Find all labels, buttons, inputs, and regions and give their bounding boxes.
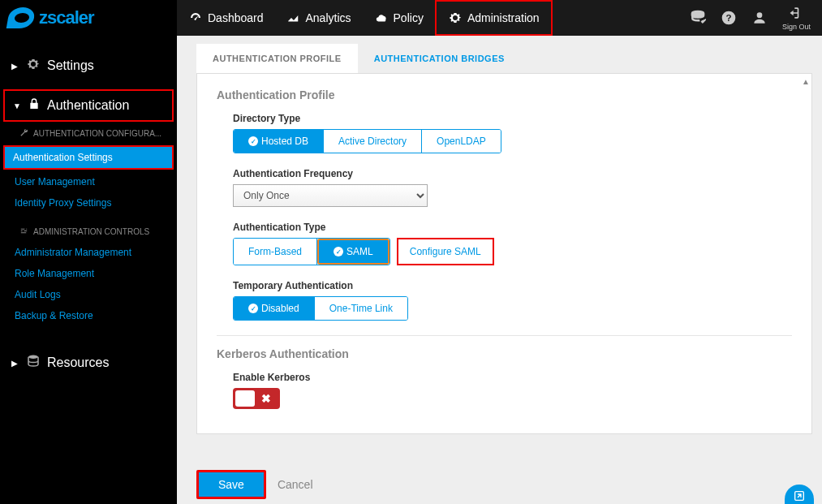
gauge-icon (188, 11, 203, 25)
kerberos-heading: Kerberos Authentication (217, 347, 792, 360)
sidebar-auth-config-label: AUTHENTICATION CONFIGURA... (33, 129, 161, 138)
option-hosted-db[interactable]: ✓ Hosted DB (234, 130, 324, 153)
sidebar-admin-controls-head: ADMINISTRATION CONTROLS (0, 220, 177, 242)
gear-icon (26, 57, 41, 75)
check-icon: ✓ (334, 247, 343, 256)
svg-point-0 (692, 11, 703, 15)
sidebar-item-label: Audit Logs (15, 289, 61, 300)
sidebar-item-label: Identity Proxy Settings (15, 197, 111, 209)
auth-frequency-label: Authentication Frequency (233, 168, 792, 179)
sidebar-admin-controls-label: ADMINISTRATION CONTROLS (33, 227, 149, 236)
sidebar-item-auth-settings[interactable]: Authentication Settings (3, 145, 174, 170)
save-label: Save (218, 478, 244, 491)
footer-actions: Save Cancel (196, 470, 313, 499)
chevron-right-icon: ▶ (11, 62, 19, 71)
wrench-icon (19, 128, 28, 139)
sidebar-item-role-mgmt[interactable]: Role Management (0, 263, 177, 284)
option-label: Active Directory (338, 136, 407, 147)
scroll-up-icon[interactable]: ▲ (802, 77, 810, 86)
sidebar-authentication[interactable]: ▼ Authentication (3, 89, 174, 122)
check-icon: ✓ (248, 136, 258, 146)
auth-type-label: Authentication Type (233, 222, 792, 233)
tab-label: AUTHENTICATION BRIDGES (374, 54, 505, 63)
profile-heading: Authentication Profile (217, 88, 792, 101)
option-active-directory[interactable]: Active Directory (324, 130, 422, 153)
db-check-icon[interactable] (690, 10, 706, 26)
floating-action-button[interactable] (785, 485, 814, 504)
saml-highlight-ring: ✓ SAML (317, 239, 389, 265)
gears-icon (448, 11, 463, 25)
tab-auth-profile[interactable]: AUTHENTICATION PROFILE (196, 44, 358, 73)
sidebar-authentication-label: Authentication (47, 98, 129, 113)
nav-policy-label: Policy (394, 11, 424, 24)
brand-logo: zscaler (0, 0, 177, 36)
database-icon (26, 354, 41, 372)
option-disabled[interactable]: ✓ Disabled (234, 297, 315, 320)
option-label: One-Time Link (329, 303, 393, 314)
option-label: Form-Based (248, 246, 302, 257)
directory-type-label: Directory Type (233, 113, 792, 124)
lock-icon (28, 97, 41, 114)
save-button[interactable]: Save (196, 470, 266, 499)
signout-label: Sign Out (782, 23, 811, 31)
app-header: zscaler Dashboard Analytics Policy Admin… (0, 0, 822, 36)
content-tabs: AUTHENTICATION PROFILE AUTHENTICATION BR… (196, 44, 812, 73)
auth-type-group: Authentication Type Form-Based ✓ SAML (233, 222, 792, 265)
sidebar-settings[interactable]: ▶ Settings (0, 49, 177, 83)
nav-dashboard[interactable]: Dashboard (177, 0, 275, 36)
auth-frequency-group: Authentication Frequency Only Once (233, 168, 792, 207)
signout-button[interactable]: Sign Out (782, 5, 811, 31)
temp-auth-label: Temporary Authentication (233, 280, 792, 291)
link-label: Configure SAML (410, 246, 481, 257)
chevron-right-icon: ▶ (11, 359, 19, 368)
tab-label: AUTHENTICATION PROFILE (213, 54, 342, 63)
nav-administration[interactable]: Administration (435, 0, 553, 36)
sidebar-item-user-mgmt[interactable]: User Management (0, 171, 177, 192)
logo-icon (6, 7, 37, 28)
tab-auth-bridges[interactable]: AUTHENTICATION BRIDGES (358, 44, 521, 73)
temp-auth-options: ✓ Disabled One-Time Link (233, 296, 408, 321)
user-icon[interactable] (751, 10, 768, 26)
sidebar-resources-label: Resources (47, 355, 109, 370)
expand-icon (793, 489, 806, 502)
option-one-time-link[interactable]: One-Time Link (315, 297, 407, 320)
option-label: SAML (346, 246, 373, 257)
x-icon: ✖ (255, 392, 278, 405)
kerberos-label: Enable Kerberos (233, 372, 792, 383)
auth-frequency-select[interactable]: Only Once (233, 184, 428, 207)
nav-policy[interactable]: Policy (363, 0, 435, 36)
sidebar-settings-label: Settings (47, 58, 94, 73)
sidebar-item-label: Authentication Settings (13, 152, 113, 163)
option-saml[interactable]: ✓ SAML (319, 240, 388, 263)
chevron-down-icon: ▼ (13, 101, 21, 110)
option-label: Disabled (261, 303, 299, 314)
chart-line-icon (286, 11, 301, 25)
nav-administration-label: Administration (467, 11, 540, 24)
sidebar-resources[interactable]: ▶ Resources (0, 346, 177, 380)
sidebar-item-label: User Management (15, 176, 95, 187)
nav-analytics[interactable]: Analytics (275, 0, 363, 36)
toggle-knob (235, 390, 255, 407)
top-nav: Dashboard Analytics Policy Administratio… (177, 0, 553, 36)
sidebar-item-admin-mgmt[interactable]: Administrator Management (0, 242, 177, 263)
help-icon[interactable]: ? (721, 10, 737, 26)
option-openldap[interactable]: OpenLDAP (422, 130, 501, 153)
cancel-button[interactable]: Cancel (278, 478, 313, 491)
sidebar: ▶ Settings ▼ Authentication AUTHENTICATI… (0, 36, 177, 504)
sidebar-item-identity-proxy[interactable]: Identity Proxy Settings (0, 192, 177, 213)
option-label: OpenLDAP (437, 136, 486, 147)
kerberos-group: Enable Kerberos ✖ (233, 372, 792, 410)
nav-analytics-label: Analytics (306, 11, 351, 24)
kerberos-toggle[interactable]: ✖ (233, 388, 280, 409)
sidebar-item-backup-restore[interactable]: Backup & Restore (0, 305, 177, 326)
configure-saml-link[interactable]: Configure SAML (397, 238, 494, 265)
sliders-icon (19, 226, 28, 237)
directory-type-options: ✓ Hosted DB Active Directory OpenLDAP (233, 129, 501, 153)
directory-type-group: Directory Type ✓ Hosted DB Active Direct… (233, 113, 792, 153)
main-content: AUTHENTICATION PROFILE AUTHENTICATION BR… (177, 36, 822, 504)
option-form-based[interactable]: Form-Based (234, 239, 317, 265)
cloud-icon (374, 11, 389, 25)
sidebar-item-audit-logs[interactable]: Audit Logs (0, 284, 177, 305)
sidebar-item-label: Backup & Restore (15, 310, 93, 321)
cancel-label: Cancel (278, 478, 313, 491)
